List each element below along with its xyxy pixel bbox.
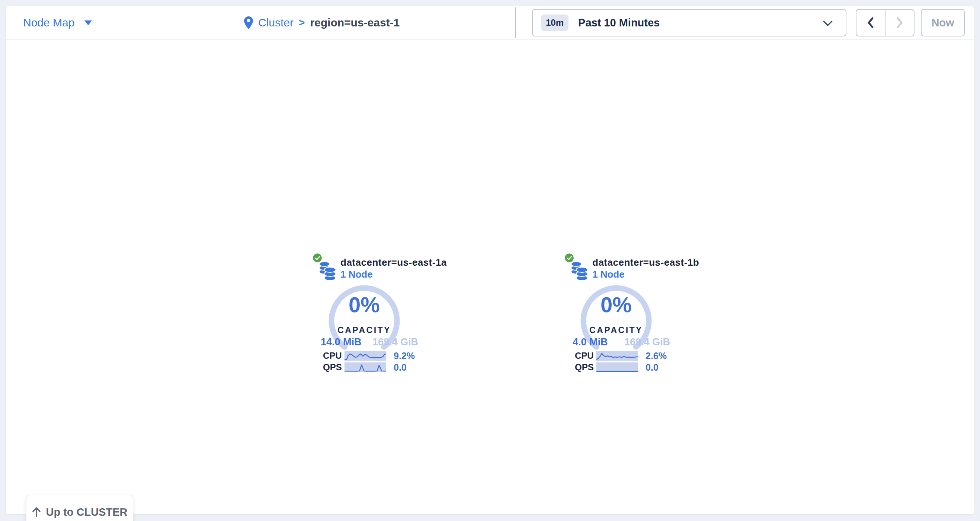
cpu-value: 9.2% [394, 351, 415, 361]
cpu-stat-row: CPU 2.6% [564, 351, 680, 361]
breadcrumb: Cluster > region=us-east-1 [244, 6, 399, 40]
qps-label: QPS [575, 362, 594, 372]
qps-stat-row: QPS 0.0 [312, 362, 428, 372]
locality-title: datacenter=us-east-1a [340, 257, 447, 268]
breadcrumb-current: region=us-east-1 [310, 16, 399, 29]
capacity-values: 4.0 MiB 169.4 GiB [573, 336, 670, 348]
chevron-down-icon [822, 20, 833, 27]
qps-label: QPS [323, 362, 342, 372]
healthy-check-icon [312, 252, 323, 263]
chevron-right-icon [895, 17, 904, 29]
cpu-label: CPU [575, 351, 594, 361]
cpu-sparkline [345, 351, 386, 361]
capacity-total: 169.4 GiB [624, 336, 670, 348]
capacity-percent: 0% [579, 294, 653, 316]
map-area: datacenter=us-east-1a 1 Node 0% CAPACITY… [6, 40, 974, 514]
content-panel: Node Map Cluster > region=us-east-1 10m … [6, 6, 974, 514]
cpu-stat-row: CPU 9.2% [312, 351, 428, 361]
time-nav-group [856, 9, 915, 37]
locality-card-us-east-1a[interactable]: datacenter=us-east-1a 1 Node 0% CAPACITY… [312, 252, 428, 376]
time-range-label: Past 10 Minutes [578, 17, 660, 29]
cpu-label: CPU [323, 351, 342, 361]
locality-node-count: 1 Node [340, 269, 373, 280]
topbar: Node Map Cluster > region=us-east-1 10m … [6, 6, 974, 40]
chevron-left-icon [866, 17, 875, 29]
capacity-total: 169.4 GiB [372, 336, 418, 348]
time-next-button[interactable] [885, 10, 914, 36]
database-stack-icon [570, 260, 588, 281]
breadcrumb-separator: > [299, 17, 305, 29]
locality-title: datacenter=us-east-1b [592, 257, 699, 268]
qps-value: 0.0 [646, 362, 659, 372]
time-range-badge: 10m [541, 14, 568, 31]
capacity-label: CAPACITY [579, 325, 653, 335]
qps-sparkline [597, 362, 638, 372]
capacity-percent: 0% [327, 294, 401, 316]
capacity-label: CAPACITY [327, 325, 401, 335]
time-range-dropdown[interactable]: 10m Past 10 Minutes [532, 9, 846, 37]
caret-down-icon [84, 21, 92, 25]
cpu-sparkline [597, 351, 638, 361]
time-prev-button[interactable] [856, 10, 885, 36]
locality-node-count: 1 Node [592, 269, 625, 280]
capacity-used: 4.0 MiB [573, 336, 608, 348]
database-stack-icon [318, 260, 336, 281]
arrow-up-icon [32, 507, 41, 517]
now-button[interactable]: Now [921, 9, 965, 37]
view-selector-dropdown[interactable]: Node Map [23, 6, 92, 40]
up-to-cluster-button[interactable]: Up to CLUSTER [26, 495, 133, 521]
location-pin-icon [244, 16, 253, 29]
locality-card-us-east-1b[interactable]: datacenter=us-east-1b 1 Node 0% CAPACITY… [564, 252, 680, 376]
view-selector-label: Node Map [23, 16, 75, 29]
capacity-values: 14.0 MiB 169.4 GiB [321, 336, 418, 348]
breadcrumb-cluster-link[interactable]: Cluster [258, 16, 294, 29]
cpu-value: 2.6% [646, 351, 667, 361]
qps-value: 0.0 [394, 362, 407, 372]
up-to-cluster-label: Up to CLUSTER [46, 506, 127, 518]
qps-sparkline [345, 362, 386, 372]
capacity-used: 14.0 MiB [321, 336, 362, 348]
topbar-divider [515, 8, 516, 38]
healthy-check-icon [564, 252, 575, 263]
qps-stat-row: QPS 0.0 [564, 362, 680, 372]
